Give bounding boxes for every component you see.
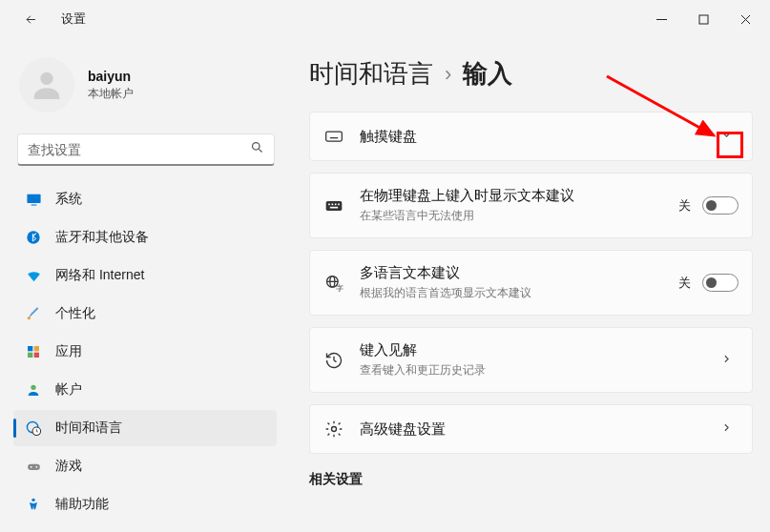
card-advanced-keyboard[interactable]: 高级键盘设置 [309, 404, 753, 454]
sidebar-item-system[interactable]: 系统 [13, 181, 277, 217]
svg-text:字: 字 [336, 283, 343, 292]
back-button[interactable] [17, 6, 44, 32]
sidebar-item-network[interactable]: 网络和 Internet [13, 257, 277, 294]
system-icon [25, 191, 42, 208]
keyboard-icon [323, 126, 344, 147]
svg-rect-12 [34, 346, 39, 351]
svg-rect-11 [28, 346, 32, 351]
search-icon [250, 140, 264, 158]
svg-rect-13 [28, 353, 32, 358]
sidebar-item-label: 系统 [55, 191, 82, 208]
svg-point-5 [253, 143, 260, 151]
chevron-right-icon [715, 420, 739, 438]
gamepad-icon [25, 458, 42, 475]
chevron-down-icon [715, 128, 739, 145]
keyboard-filled-icon [323, 195, 344, 216]
svg-rect-30 [332, 203, 334, 205]
window-title: 设置 [61, 11, 86, 28]
card-subtitle: 在某些语言中无法使用 [360, 208, 663, 224]
search-input[interactable] [28, 142, 250, 157]
svg-rect-29 [328, 203, 330, 205]
svg-rect-31 [335, 203, 337, 205]
svg-rect-32 [338, 203, 340, 205]
sidebar-item-label: 网络和 Internet [55, 267, 144, 284]
card-multilingual-suggestions[interactable]: 字 多语言文本建议 根据我的语言首选项显示文本建议 关 [309, 250, 753, 316]
sidebar-item-apps[interactable]: 应用 [13, 334, 277, 370]
sidebar-item-label: 时间和语言 [55, 419, 122, 437]
history-icon [323, 350, 344, 371]
bluetooth-icon [25, 229, 42, 246]
card-subtitle: 查看键入和更正历史记录 [360, 362, 699, 379]
maximize-button[interactable] [682, 5, 724, 33]
brush-icon [25, 305, 42, 322]
card-title: 触摸键盘 [360, 128, 699, 146]
section-related-settings: 相关设置 [309, 471, 753, 488]
toggle-state-label: 关 [678, 197, 691, 215]
sidebar-item-accounts[interactable]: 帐户 [13, 372, 277, 408]
sidebar-item-label: 应用 [55, 343, 82, 360]
profile-name: baiyun [88, 69, 134, 84]
minimize-button[interactable] [640, 5, 682, 33]
svg-rect-7 [27, 194, 40, 202]
breadcrumb-parent[interactable]: 时间和语言 [309, 57, 433, 91]
svg-point-4 [40, 72, 52, 85]
toggle-state-label: 关 [678, 275, 691, 292]
sidebar-item-label: 辅助功能 [55, 496, 109, 513]
svg-point-20 [35, 465, 37, 467]
chevron-right-icon [715, 352, 739, 369]
card-title: 高级键盘设置 [360, 420, 699, 439]
wifi-icon [25, 267, 42, 284]
svg-rect-22 [326, 132, 343, 141]
sidebar-item-label: 帐户 [55, 381, 82, 399]
sidebar-item-personalization[interactable]: 个性化 [13, 296, 277, 332]
svg-rect-8 [31, 204, 36, 205]
sidebar-item-label: 游戏 [55, 458, 82, 475]
sidebar-item-gaming[interactable]: 游戏 [13, 448, 277, 484]
toggle-text-suggestions[interactable] [702, 196, 739, 215]
breadcrumb-current: 输入 [463, 57, 512, 91]
svg-rect-33 [330, 206, 338, 208]
svg-point-19 [30, 465, 31, 467]
svg-point-21 [31, 499, 34, 501]
card-title: 多语言文本建议 [360, 264, 663, 282]
svg-line-39 [334, 360, 337, 362]
sidebar-item-time-language[interactable]: 时间和语言 [13, 410, 277, 446]
search-box[interactable] [17, 133, 275, 166]
person-icon [25, 381, 42, 399]
chevron-right-icon: › [445, 62, 451, 87]
close-button[interactable] [724, 5, 766, 33]
card-typing-insights[interactable]: 键入见解 查看键入和更正历史记录 [309, 327, 753, 393]
globe-clock-icon [25, 419, 42, 437]
toggle-multilingual[interactable] [702, 274, 739, 292]
svg-point-10 [28, 317, 31, 319]
card-text-suggestions[interactable]: 在物理键盘上键入时显示文本建议 在某些语言中无法使用 关 [309, 173, 753, 238]
globe-text-icon: 字 [323, 273, 344, 294]
sidebar-item-accessibility[interactable]: 辅助功能 [13, 486, 277, 522]
profile-block[interactable]: baiyun 本地帐户 [11, 51, 286, 130]
svg-rect-28 [326, 201, 343, 211]
sidebar-item-label: 蓝牙和其他设备 [55, 229, 149, 246]
svg-point-40 [332, 427, 337, 432]
gear-icon [323, 419, 344, 440]
card-touch-keyboard[interactable]: 触摸键盘 [309, 112, 753, 161]
sidebar-item-label: 个性化 [55, 305, 95, 322]
svg-rect-18 [28, 463, 40, 469]
card-title: 键入见解 [360, 341, 699, 359]
accessibility-icon [25, 496, 42, 513]
svg-point-15 [31, 385, 35, 390]
card-title: 在物理键盘上键入时显示文本建议 [360, 187, 663, 205]
svg-point-9 [27, 231, 39, 243]
sidebar-item-bluetooth[interactable]: 蓝牙和其他设备 [13, 219, 277, 256]
svg-rect-1 [699, 15, 708, 24]
svg-line-6 [259, 149, 261, 152]
svg-rect-14 [34, 353, 39, 358]
apps-icon [25, 343, 42, 360]
card-subtitle: 根据我的语言首选项显示文本建议 [360, 285, 663, 301]
breadcrumb: 时间和语言 › 输入 [309, 57, 753, 91]
avatar [19, 57, 74, 113]
profile-sub: 本地帐户 [88, 86, 134, 102]
